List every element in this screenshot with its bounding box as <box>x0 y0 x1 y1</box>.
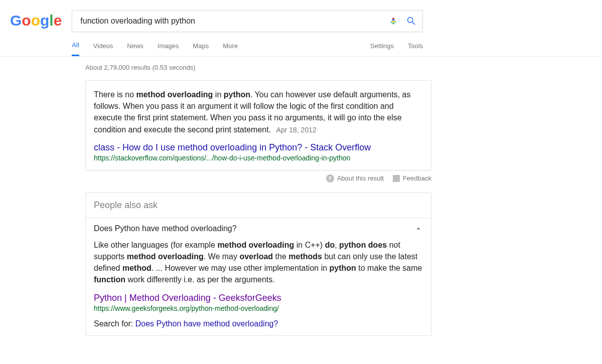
microphone-icon[interactable] <box>387 15 399 27</box>
paa-question-1-text: Does Python have method overloading? <box>94 224 237 233</box>
feedback-icon <box>393 175 400 182</box>
tab-maps[interactable]: Maps <box>193 42 209 56</box>
settings-link[interactable]: Settings <box>370 42 394 56</box>
paa-search-for: Search for: Does Python have method over… <box>94 319 423 328</box>
tab-more[interactable]: More <box>223 42 238 56</box>
paa-result-title[interactable]: Python | Method Overloading - GeeksforGe… <box>94 293 423 303</box>
header: Google All Videos News Images Maps More … <box>0 0 602 57</box>
tools-link[interactable]: Tools <box>408 42 423 56</box>
featured-snippet-card: There is no method overloading in python… <box>85 80 431 170</box>
featured-snippet-text: There is no method overloading in python… <box>94 89 423 135</box>
help-icon: ? <box>326 174 334 183</box>
feedback-link[interactable]: Feedback <box>393 174 431 182</box>
featured-meta-row: ? About this result Feedback <box>85 174 431 183</box>
search-input[interactable] <box>80 17 381 26</box>
search-box[interactable] <box>72 10 423 32</box>
people-also-ask: People also ask Does Python have method … <box>85 193 431 336</box>
featured-result-url: https://stackoverflow.com/questions/.../… <box>94 154 423 162</box>
tools-area: Settings Tools <box>370 42 423 56</box>
tab-images[interactable]: Images <box>158 42 179 56</box>
about-result-link[interactable]: ? About this result <box>326 174 384 183</box>
search-icon[interactable] <box>405 15 417 27</box>
paa-answer-text: Like other languages (for example method… <box>94 239 423 286</box>
featured-result-title[interactable]: class - How do I use method overloading … <box>94 142 423 153</box>
paa-answer-1: Like other languages (for example method… <box>86 239 431 335</box>
result-stats: About 2,79,000 results (0.53 seconds) <box>85 64 431 71</box>
search-area: All Videos News Images Maps More Setting… <box>72 10 423 56</box>
tab-news[interactable]: News <box>127 42 143 56</box>
paa-result-url: https://www.geeksforgeeks.org/python-met… <box>94 304 423 312</box>
paa-search-for-link[interactable]: Does Python have method overloading? <box>135 319 278 328</box>
people-also-ask-header: People also ask <box>86 193 431 218</box>
results-column: About 2,79,000 results (0.53 seconds) Th… <box>85 57 431 356</box>
featured-snippet-date: Apr 18, 2012 <box>276 126 317 134</box>
chevron-up-icon <box>414 224 423 233</box>
tab-all[interactable]: All <box>72 41 79 56</box>
tab-videos[interactable]: Videos <box>93 42 113 56</box>
paa-question-1[interactable]: Does Python have method overloading? <box>86 218 431 239</box>
google-logo[interactable]: Google <box>10 12 62 29</box>
tabs-row: All Videos News Images Maps More Setting… <box>72 41 423 56</box>
